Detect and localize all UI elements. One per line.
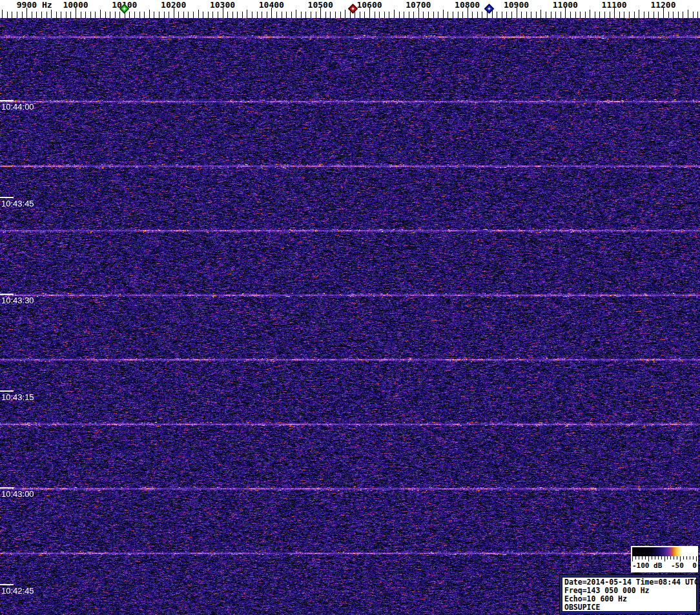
freq-label: 10000 [63,0,88,10]
time-label: 10:43:45 [1,199,34,208]
db-tick [655,556,655,560]
db-tick [635,556,636,560]
freq-tick [345,10,345,18]
freq-tick [462,12,463,18]
db-tick [645,556,646,560]
freq-tick [296,10,296,18]
marker-green-diamond-icon [119,4,130,14]
freq-tick [252,12,252,18]
db-tick [632,556,633,561]
freq-tick [570,12,571,18]
freq-tick [237,12,238,18]
freq-tick [41,12,42,18]
freq-tick [502,12,502,18]
freq-tick [364,12,365,18]
freq-tick [95,12,96,18]
time-tick [0,100,14,101]
freq-tick [46,12,47,18]
freq-tick [115,12,116,18]
db-tick [664,556,665,561]
freq-tick [648,12,649,18]
freq-tick [330,12,331,18]
freq-tick [350,12,351,18]
db-max-label: 0 [692,561,697,570]
freq-tick [697,12,698,18]
freq-tick [624,12,624,18]
time-tick [0,294,14,295]
freq-tick [32,12,32,18]
freq-tick [208,12,209,18]
freq-tick [610,12,610,18]
freq-tick [433,12,434,18]
freq-label: 10400 [259,0,284,10]
freq-tick [2,10,3,18]
db-tick [690,556,690,560]
freq-tick [144,12,145,18]
freq-tick [634,12,635,18]
freq-label: 10800 [455,0,480,10]
freq-tick [394,10,395,18]
db-tick [642,556,643,560]
db-min-label: -100 dB [632,561,662,570]
marker-red-diamond-icon [348,4,358,14]
freq-tick [458,12,458,18]
freq-label: 10700 [406,0,431,10]
frequency-ruler[interactable]: 9900 Hz100001010010200103001040010500106… [0,0,700,18]
freq-tick [61,12,61,18]
db-tick [661,556,662,560]
freq-tick [590,10,590,18]
time-label: 10:43:00 [1,489,34,499]
db-tick [674,556,674,560]
db-scale-labels: -100 dB -50 0 [631,561,698,570]
freq-tick [531,12,531,18]
marker-green[interactable] [121,5,128,12]
freq-tick [100,10,101,18]
freq-tick [178,12,179,18]
freq-tick [477,12,478,18]
marker-blue-diamond-icon [484,4,495,14]
time-label: 10:43:30 [1,296,34,305]
freq-tick [654,12,654,18]
freq-tick [129,12,130,18]
freq-tick [316,12,316,18]
freq-tick [56,12,57,18]
freq-tick [438,12,438,18]
freq-tick [688,10,688,18]
db-tick [693,556,694,560]
marker-blue-core [488,7,491,10]
freq-tick [536,12,537,18]
freq-tick [22,12,23,18]
marker-red[interactable] [349,5,356,12]
db-tick [680,556,681,561]
db-scale-ticks [632,556,697,561]
freq-tick [159,12,160,18]
freq-tick [673,12,674,18]
freq-tick [555,12,556,18]
freq-tick [257,12,258,18]
freq-tick [203,12,203,18]
freq-tick [85,12,86,18]
freq-tick [149,10,150,18]
db-tick [677,556,677,560]
marker-blue[interactable] [486,5,493,12]
freq-tick [183,12,184,18]
db-tick [658,556,659,560]
freq-tick [375,12,375,18]
time-tick [0,584,14,585]
db-tick [696,556,697,561]
freq-tick [81,12,81,18]
freq-tick [585,12,586,18]
db-tick [667,556,668,560]
freq-tick [164,12,165,18]
freq-tick [506,12,507,18]
db-tick [670,556,671,560]
freq-tick [335,12,336,18]
spectrogram-waterfall [0,18,700,615]
db-color-scale: -100 dB -50 0 [631,546,698,572]
freq-tick [546,12,546,18]
freq-tick [389,12,389,18]
freq-tick [668,12,669,18]
freq-tick [540,10,541,18]
freq-tick [139,12,140,18]
db-tick [686,556,687,560]
